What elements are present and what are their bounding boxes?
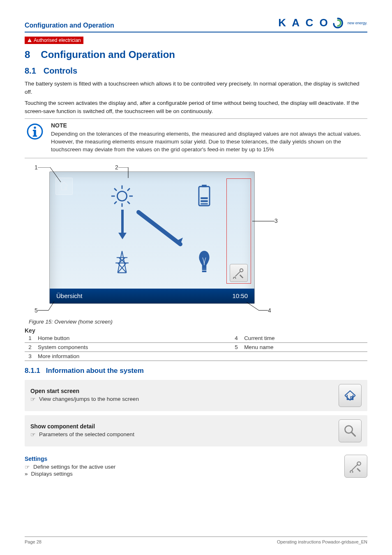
footer-doc-title: Operating instructions Powador-gridsave_… xyxy=(277,539,367,544)
svg-point-7 xyxy=(117,191,127,201)
subsection-heading: 8.1Controls xyxy=(25,66,367,76)
key-num: 5 xyxy=(231,342,242,352)
intro-paragraph-2: Touching the screen activates the displa… xyxy=(25,99,367,115)
flow-arrow-diagonal xyxy=(135,209,189,250)
component-battery[interactable] xyxy=(191,183,217,209)
sun-icon xyxy=(110,184,134,208)
key-label: Menu name xyxy=(242,342,367,352)
card-open-start-screen: Open start screen ☞View changes/jumps to… xyxy=(25,380,367,411)
card-title: Open start screen xyxy=(30,388,339,394)
card-line: Parameters of the selected component xyxy=(39,431,134,437)
section-title: Configuration and Operation xyxy=(41,49,175,60)
logo-text: K A C O xyxy=(278,16,329,29)
table-row: 2 System components 5 Menu name xyxy=(25,342,367,352)
key-label: Home button xyxy=(35,334,231,343)
home-icon-button[interactable] xyxy=(339,384,362,407)
magnifier-icon-button[interactable] xyxy=(339,419,362,442)
svg-rect-19 xyxy=(201,200,208,202)
battery-icon xyxy=(194,184,214,208)
key-title: Key xyxy=(25,327,367,334)
home-icon xyxy=(343,388,357,402)
section-number: 8 xyxy=(25,49,30,60)
table-row: 3 More information xyxy=(25,352,367,361)
key-num: 4 xyxy=(231,334,242,343)
tools-icon xyxy=(349,460,362,473)
touchscreen-mock: Übersicht 10:50 xyxy=(49,171,255,304)
key-num: 1 xyxy=(25,334,35,343)
key-label: More information xyxy=(35,352,231,361)
card-title: Settings xyxy=(25,456,344,462)
subsubsection-heading: 8.1.1Information about the system xyxy=(25,367,367,375)
component-sun[interactable] xyxy=(109,183,135,209)
component-consumer[interactable] xyxy=(191,249,217,275)
card-show-component-detail: Show component detail ☞Parameters of the… xyxy=(25,415,367,446)
page-footer: Page 28 Operating instructions Powador-g… xyxy=(25,536,367,544)
settings-icon-button[interactable] xyxy=(344,455,367,478)
svg-point-2 xyxy=(34,127,36,129)
svg-rect-21 xyxy=(202,268,207,270)
subsection-title: Controls xyxy=(44,66,77,75)
subsubsection-title: Information about the system xyxy=(46,367,144,375)
svg-line-12 xyxy=(114,188,117,191)
pylon-icon xyxy=(111,250,133,274)
intro-paragraph-1: The battery system is fitted with a touc… xyxy=(25,80,367,96)
note-box: NOTE Depending on the tolerances of the … xyxy=(25,118,367,158)
svg-rect-5 xyxy=(33,130,35,131)
subsection-number: 8.1 xyxy=(25,66,36,75)
svg-rect-4 xyxy=(33,136,37,137)
callout-3: 3 xyxy=(274,217,278,224)
swirl-icon xyxy=(332,17,344,29)
callout-1: 1 xyxy=(35,164,38,171)
info-icon xyxy=(26,123,44,140)
svg-line-23 xyxy=(138,212,180,244)
callout-2: 2 xyxy=(115,164,118,171)
current-time: 10:50 xyxy=(232,292,248,299)
svg-text:!: ! xyxy=(29,39,30,42)
svg-rect-20 xyxy=(201,203,208,204)
screen-footer-bar: Übersicht 10:50 xyxy=(50,289,254,303)
card-line: View changes/jumps to the home screen xyxy=(39,396,139,402)
hand-icon: ☞ xyxy=(30,431,36,438)
badge-label: Authorised electrician xyxy=(34,37,81,43)
raquo-icon: » xyxy=(25,471,28,477)
svg-rect-17 xyxy=(202,185,207,187)
svg-line-27 xyxy=(351,432,355,436)
key-table: 1 Home button 4 Current time 2 System co… xyxy=(25,334,367,361)
bulb-icon xyxy=(196,250,213,274)
note-title: NOTE xyxy=(51,122,366,129)
menu-name: Übersicht xyxy=(56,292,82,299)
authorised-electrician-badge: ! Authorised electrician xyxy=(25,37,83,44)
subsubsection-number: 8.1.1 xyxy=(25,367,40,375)
figure-caption: Figure 15: Overview (home screen) xyxy=(29,319,367,325)
header-section-title: Configuration and Operation xyxy=(25,22,114,29)
tools-icon xyxy=(233,267,244,279)
logo-tagline: new energy. xyxy=(348,21,367,25)
warning-triangle-icon: ! xyxy=(27,38,32,43)
svg-rect-16 xyxy=(199,187,210,206)
brand-logo: K A C O new energy. xyxy=(278,16,367,29)
footer-page-number: Page 28 xyxy=(25,539,42,544)
key-num: 2 xyxy=(25,342,35,352)
magnifier-icon xyxy=(343,424,357,438)
key-label: Current time xyxy=(242,334,367,343)
card-line: Displays settings xyxy=(31,471,73,477)
card-title: Show component detail xyxy=(30,423,339,430)
card-line: Define settings for the active user xyxy=(33,464,115,470)
svg-rect-22 xyxy=(202,271,207,272)
page-header: Configuration and Operation K A C O new … xyxy=(25,16,367,32)
key-label: System components xyxy=(35,342,231,352)
hand-icon: ☞ xyxy=(25,464,30,471)
svg-line-13 xyxy=(127,201,130,204)
callout-5: 5 xyxy=(35,307,38,314)
card-settings: Settings ☞Define settings for the active… xyxy=(25,451,367,482)
component-grid[interactable] xyxy=(109,249,135,275)
table-row: 1 Home button 4 Current time xyxy=(25,334,367,343)
note-text: Depending on the tolerances of the measu… xyxy=(51,130,366,154)
key-num: 3 xyxy=(25,352,35,361)
callout-4: 4 xyxy=(268,307,271,314)
hand-icon: ☞ xyxy=(30,396,36,403)
svg-rect-18 xyxy=(201,197,208,199)
svg-rect-6 xyxy=(65,187,66,190)
overview-figure: Übersicht 10:50 1 2 3 4 5 xyxy=(33,164,288,316)
more-info-button[interactable] xyxy=(230,264,248,282)
